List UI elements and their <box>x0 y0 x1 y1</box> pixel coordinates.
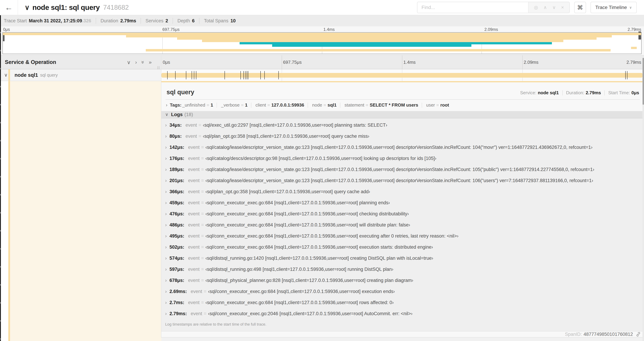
tag-value: 1 <box>211 102 213 108</box>
log-row[interactable]: ›366μs:event=‹sql/plan_opt.go:358 [nsql1… <box>165 186 644 197</box>
minimap-span-bar <box>177 38 596 40</box>
log-row[interactable]: ›597μs:event=‹sql/distsql_running.go:498… <box>165 264 644 275</box>
span-detail-header: sql query Service:node sql1Duration:2.79… <box>166 89 639 96</box>
log-row[interactable]: ›34μs:event=‹sql/exec_util.go:2297 [nsql… <box>165 120 644 131</box>
header-controls: ◎ ∧ ∨ × ⌘ Trace Timeline ∨ <box>417 2 637 13</box>
span-duration-bar[interactable] <box>161 73 642 78</box>
minimap-canvas[interactable] <box>2 32 642 54</box>
detail-meta-separator <box>604 90 605 96</box>
log-expand-icon: › <box>165 156 167 161</box>
span-operation-name: sql query <box>40 73 58 78</box>
log-field-value: ‹sql/conn_executor_exec.go:2046 [nsql1,c… <box>208 311 412 316</box>
tag-key: _unfinished <box>182 102 205 108</box>
log-row[interactable]: ›2.69ms:event=‹sql/conn_executor_exec.go… <box>165 286 644 297</box>
log-row[interactable]: ›2.7ms:event=‹sql/conn_executor_exec.go:… <box>165 297 644 308</box>
log-equals: = <box>201 244 204 250</box>
service-color-stripe <box>8 69 10 81</box>
deep-link-icon[interactable] <box>636 332 641 337</box>
scrollbar-thumb[interactable] <box>642 58 644 105</box>
log-row[interactable]: ›80μs:event=‹sql/plan_opt.go:358 [nsql1,… <box>165 131 644 142</box>
log-row[interactable]: ›502μs:event=‹sql/conn_executor_exec.go:… <box>165 242 644 253</box>
log-row[interactable]: ›176μs:event=‹sql/catalog/descs/descript… <box>165 153 644 164</box>
service-operation-header: Service & Operation ∨ › » » || <box>0 56 161 69</box>
log-event-tick <box>240 71 241 79</box>
collapse-one-icon[interactable]: ∨ <box>127 59 131 65</box>
log-event-tick <box>194 71 194 79</box>
log-field-value: ‹sql/plan_opt.go:358 [nsql1,client=127.0… <box>205 189 370 194</box>
logs-count: (18) <box>184 112 193 117</box>
log-row[interactable]: ›2.79ms:event=‹sql/conn_executor_exec.go… <box>165 308 644 319</box>
log-row[interactable]: ›678μs:event=‹sql/distsql_physical_plann… <box>165 275 644 286</box>
span-collapse-icon[interactable]: ∨ <box>4 72 8 78</box>
span-tree-item[interactable]: ∨ node sql1 sql query <box>0 69 161 81</box>
log-row[interactable]: ›142μs:event=‹sql/catalog/lease/descript… <box>165 142 644 153</box>
ruler-tick-label: 2.09ms <box>524 60 538 65</box>
log-field-value: ‹sql/conn_executor_exec.go:684 [nsql1,cl… <box>205 233 458 239</box>
prev-match-icon[interactable]: ∧ <box>544 5 547 10</box>
span-timeline-cell[interactable] <box>161 69 642 81</box>
minimap-span-bar <box>146 49 610 51</box>
collapse-all-icon[interactable]: » <box>140 61 146 64</box>
log-row[interactable]: ›495μs:event=‹sql/conn_executor_exec.go:… <box>165 231 644 242</box>
log-expand-icon: › <box>165 278 167 283</box>
log-expand-icon: › <box>165 289 167 294</box>
logs-accordion-header[interactable]: ∨ Logs (18) <box>161 111 644 118</box>
vertical-scrollbar[interactable] <box>642 56 644 341</box>
detail-meta-value: 2.79ms <box>586 90 601 96</box>
log-equals: = <box>201 200 204 205</box>
log-row[interactable]: ›189μs:event=‹sql/catalog/lease/descript… <box>165 164 644 175</box>
log-expand-icon: › <box>165 145 167 150</box>
summary-label: Services <box>146 18 164 24</box>
back-button[interactable]: ← <box>0 0 18 15</box>
expand-all-icon[interactable]: » <box>149 59 152 65</box>
summary-value: 10 <box>230 18 236 24</box>
tag-key: client <box>256 102 266 108</box>
log-equals: = <box>201 256 204 261</box>
log-row[interactable]: ›486μs:event=‹sql/conn_executor_exec.go:… <box>165 220 644 231</box>
clear-find-icon[interactable]: × <box>561 5 564 10</box>
logs-list: ›34μs:event=‹sql/exec_util.go:2297 [nsql… <box>161 118 644 319</box>
log-row[interactable]: ›574μs:event=‹sql/distsql_running.go:142… <box>165 253 644 264</box>
log-expand-icon: › <box>165 244 167 250</box>
summary-label: Total Spans <box>204 18 228 24</box>
log-equals: = <box>204 311 206 316</box>
back-arrow-icon: ← <box>5 3 13 12</box>
tag-key: statement <box>344 102 364 108</box>
next-match-icon[interactable]: ∨ <box>552 5 556 10</box>
service-color-stripe <box>8 81 10 341</box>
log-timestamp: 459μs: <box>170 200 184 205</box>
log-field-key: event <box>188 278 200 283</box>
find-input[interactable] <box>418 2 528 13</box>
trace-view-dropdown[interactable]: Trace Timeline ∨ <box>590 2 637 13</box>
expand-one-icon[interactable]: › <box>135 59 137 65</box>
window-left-edge <box>0 15 1 341</box>
log-field-key: event <box>186 123 197 128</box>
detail-operation-name: sql query <box>166 89 194 96</box>
span-detail-accent-bar <box>161 81 644 82</box>
log-field-value: ‹sql/catalog/descs/descriptor.go:98 [nsq… <box>205 156 436 161</box>
minimap-span-bar <box>240 42 552 44</box>
ruler-tick-label: 697.75μs <box>162 27 180 32</box>
log-field-value: ‹sql/conn_executor_exec.go:684 [nsql1,cl… <box>205 211 409 217</box>
log-equals: = <box>201 145 204 150</box>
tag-separator <box>251 103 251 108</box>
log-expand-icon: › <box>165 311 167 316</box>
log-row[interactable]: ›201μs:event=‹sql/catalog/lease/descript… <box>165 175 644 186</box>
find-group: ◎ ∧ ∨ × <box>417 2 570 13</box>
span-id-value: 4877749850101760812 <box>584 332 633 337</box>
summary-separator <box>199 18 200 24</box>
match-highlight-icon[interactable]: ◎ <box>534 5 538 10</box>
log-expand-icon: › <box>165 123 167 128</box>
ruler-gridline <box>522 56 523 69</box>
trace-collapse-chevron-icon[interactable]: ∨ <box>24 4 30 12</box>
log-row[interactable]: ›459μs:event=‹sql/conn_executor_exec.go:… <box>165 197 644 208</box>
service-operation-title: Service & Operation <box>5 59 56 65</box>
log-field-key: event <box>191 289 202 294</box>
log-row[interactable]: ›476μs:event=‹sql/conn_executor_exec.go:… <box>165 208 644 220</box>
log-field-key: event <box>188 267 200 272</box>
log-field-key: event <box>188 233 200 239</box>
log-timestamp: 189μs: <box>170 167 184 172</box>
tags-accordion[interactable]: › Tags: _unfinished=1_verbose=1client=12… <box>166 102 640 108</box>
log-equals: = <box>201 300 204 305</box>
keyboard-shortcuts-button[interactable]: ⌘ <box>574 2 586 13</box>
